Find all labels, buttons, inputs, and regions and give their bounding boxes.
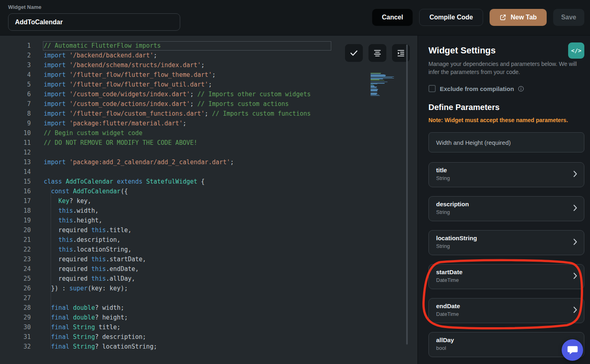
line-number: 12 [0,148,31,157]
code-line[interactable]: 32 final String? locationString; [0,342,417,351]
code-editor[interactable]: 1// Automatic FlutterFlow imports2import… [0,36,417,364]
code-line[interactable]: 10// Begin custom widget code [0,128,417,138]
line-number: 19 [0,216,31,225]
code-text: required this.endDate, [44,264,139,274]
check-icon [349,49,358,57]
code-text: final double? width; [44,303,124,313]
parameter-name: endDate [436,303,577,309]
widget-name-field: Widget Name [8,4,180,31]
code-line[interactable]: 4import '/flutter_flow/flutter_flow_them… [0,70,417,80]
parameter-name: locationString [436,235,577,241]
line-number: 29 [0,313,31,322]
line-number: 13 [0,157,31,167]
parameter-card-startDate[interactable]: startDateDateTime [428,264,584,289]
exclude-checkbox[interactable] [428,85,436,92]
code-line[interactable]: 6import '/custom_code/widgets/index.dart… [0,89,417,99]
code-text: class AddToCalendar extends StatefulWidg… [44,177,204,186]
code-line[interactable]: 31 final String? description; [0,332,417,342]
line-number: 3 [0,60,31,70]
code-line[interactable]: 24 required this.endDate, [0,264,417,274]
code-line[interactable]: 27 [0,293,417,303]
topbar-actions: Cancel Compile Code New Tab Save [372,9,584,26]
code-line[interactable]: 5import '/flutter_flow/flutter_flow_util… [0,80,417,89]
accept-check-button[interactable] [345,44,363,62]
align-center-icon [373,49,382,57]
code-line[interactable]: 18 this.width, [0,206,417,216]
code-text: required this.startDate, [44,254,146,264]
compile-code-button-label: Compile Code [429,14,473,21]
code-text: // Automatic FlutterFlow imports [44,41,161,51]
line-number: 27 [0,293,31,303]
code-line[interactable]: 7import '/custom_code/actions/index.dart… [0,99,417,109]
panel-subtitle: Manage your dependencies and parameters … [428,60,579,76]
code-text: import '/backend/schema/structs/index.da… [44,60,204,70]
code-text: // Begin custom widget code [44,128,143,138]
line-number: 31 [0,332,31,342]
line-number: 16 [0,186,31,196]
parameter-card-title[interactable]: titleString [428,162,584,187]
code-view-toggle-button[interactable]: </> [568,42,584,59]
line-number: 5 [0,80,31,89]
line-number: 24 [0,264,31,274]
line-number: 17 [0,196,31,206]
editor-scrollbar[interactable] [406,44,408,345]
widget-settings-panel: Widget Settings </> Manage your dependen… [417,36,590,364]
parameter-card-locationString[interactable]: locationStringString [428,230,584,255]
code-text: this.description, [44,235,121,245]
code-line[interactable]: 12 [0,148,417,157]
parameter-card-endDate[interactable]: endDateDateTime [428,298,584,323]
code-line[interactable]: 21 this.description, [0,235,417,245]
line-number: 21 [0,235,31,245]
widget-name-input[interactable] [8,13,180,31]
code-line[interactable]: 25 required this.allDay, [0,274,417,284]
new-tab-button[interactable]: New Tab [490,9,547,26]
line-number: 23 [0,254,31,264]
indent-icon [396,49,405,57]
code-line[interactable]: 30 final String title; [0,322,417,332]
format-code-button[interactable] [368,44,386,62]
save-button[interactable]: Save [553,9,584,26]
info-icon [518,86,524,92]
code-line[interactable]: 17 Key? key, [0,196,417,206]
editor-toolbar [345,44,410,62]
line-number: 32 [0,342,31,351]
code-text: import '/backend/backend.dart'; [44,51,157,60]
code-line[interactable]: 11// DO NOT REMOVE OR MODIFY THE CODE AB… [0,138,417,148]
parameter-card-description[interactable]: descriptionString [428,196,584,221]
code-line[interactable]: 28 final double? width; [0,303,417,313]
code-line[interactable]: 14 [0,167,417,177]
cancel-button[interactable]: Cancel [372,9,413,26]
code-line[interactable]: 19 this.height, [0,216,417,225]
width-height-label: Width and Height (required) [436,139,511,146]
code-text: const AddToCalendar({ [44,186,128,196]
parameters-note: Note: Widget must accept these named par… [428,117,584,123]
panel-title: Widget Settings [428,45,584,56]
code-line[interactable]: 23 required this.startDate, [0,254,417,264]
code-text: import 'package:flutter/material.dart'; [44,119,186,128]
code-line[interactable]: 9import 'package:flutter/material.dart'; [0,119,417,128]
compile-code-button[interactable]: Compile Code [419,9,483,26]
width-height-parameter[interactable]: Width and Height (required) [428,132,584,152]
code-line[interactable]: 22 this.locationString, [0,245,417,254]
widget-name-label: Widget Name [8,4,180,10]
exclude-label: Exclude from compilation [440,85,514,92]
exclude-from-compilation-row[interactable]: Exclude from compilation [428,85,584,92]
minimap[interactable] [371,73,396,96]
chat-bubble-button[interactable] [562,339,583,361]
code-line[interactable]: 26 }) : super(key: key); [0,284,417,293]
line-number: 1 [0,41,31,51]
code-line[interactable]: 13import 'package:add_2_calendar/add_2_c… [0,157,417,167]
code-line[interactable]: 20 required this.title, [0,225,417,235]
parameter-type: DateTime [436,311,577,317]
chat-icon [567,345,578,355]
code-line[interactable]: 8import '/flutter_flow/custom_functions.… [0,109,417,119]
code-text: this.locationString, [44,245,132,254]
code-text: import '/flutter_flow/flutter_flow_util.… [44,80,212,89]
line-number: 28 [0,303,31,313]
line-number: 14 [0,167,31,177]
code-line[interactable]: 29 final double? height; [0,313,417,322]
code-text: final String? description; [44,332,146,342]
code-line[interactable]: 16 const AddToCalendar({ [0,186,417,196]
code-line[interactable]: 15class AddToCalendar extends StatefulWi… [0,177,417,186]
parameter-card-allDay[interactable]: allDaybool [428,332,584,357]
